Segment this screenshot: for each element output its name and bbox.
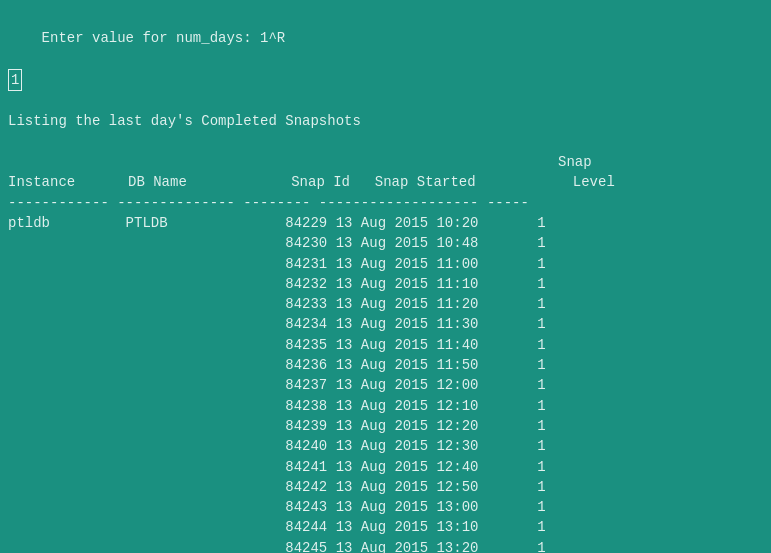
prompt-text: Enter value for num_days: 1^R <box>42 30 286 46</box>
table-row: 84238 13 Aug 2015 12:10 1 <box>8 396 763 416</box>
table-row: 84235 13 Aug 2015 11:40 1 <box>8 335 763 355</box>
prompt-line: Enter value for num_days: 1^R <box>8 8 763 69</box>
table-row: 84241 13 Aug 2015 12:40 1 <box>8 457 763 477</box>
col-snapstart-header: Snap Started <box>375 172 555 192</box>
col-header-line2: InstanceDB NameSnap Id Snap StartedLevel <box>8 172 763 192</box>
data-rows: ptldb PTLDB 84229 13 Aug 2015 10:20 1 84… <box>8 213 763 553</box>
blank-line-2 <box>8 132 763 152</box>
col-snapid-header: Snap Id <box>268 172 358 192</box>
table-row: 84231 13 Aug 2015 11:00 1 <box>8 254 763 274</box>
separator: ------------ -------------- -------- ---… <box>8 193 763 213</box>
table-row: 84233 13 Aug 2015 11:20 1 <box>8 294 763 314</box>
col-header-line1: Snap <box>8 152 763 172</box>
input-cursor[interactable]: 1 <box>8 69 22 91</box>
col-instance-header: Instance <box>8 172 128 192</box>
table-row: 84234 13 Aug 2015 11:30 1 <box>8 314 763 334</box>
table-row: 84239 13 Aug 2015 12:20 1 <box>8 416 763 436</box>
table-row: 84240 13 Aug 2015 12:30 1 <box>8 436 763 456</box>
snap-header-line1: Snap <box>558 154 592 170</box>
table-row: 84243 13 Aug 2015 13:00 1 <box>8 497 763 517</box>
table-row: 84232 13 Aug 2015 11:10 1 <box>8 274 763 294</box>
table-row: 84236 13 Aug 2015 11:50 1 <box>8 355 763 375</box>
input-line: 1 <box>8 69 763 91</box>
col-dbname-header: DB Name <box>128 172 268 192</box>
listing-line: Listing the last day's Completed Snapsho… <box>8 111 763 131</box>
col-snaplvl-header: Level <box>555 172 615 192</box>
table-row: 84245 13 Aug 2015 13:20 1 <box>8 538 763 553</box>
blank-line-1 <box>8 91 763 111</box>
table-row: ptldb PTLDB 84229 13 Aug 2015 10:20 1 <box>8 213 763 233</box>
table-row: 84230 13 Aug 2015 10:48 1 <box>8 233 763 253</box>
terminal: Enter value for num_days: 1^R 1 Listing … <box>8 8 763 545</box>
table-row: 84244 13 Aug 2015 13:10 1 <box>8 517 763 537</box>
table-row: 84242 13 Aug 2015 12:50 1 <box>8 477 763 497</box>
table-row: 84237 13 Aug 2015 12:00 1 <box>8 375 763 395</box>
